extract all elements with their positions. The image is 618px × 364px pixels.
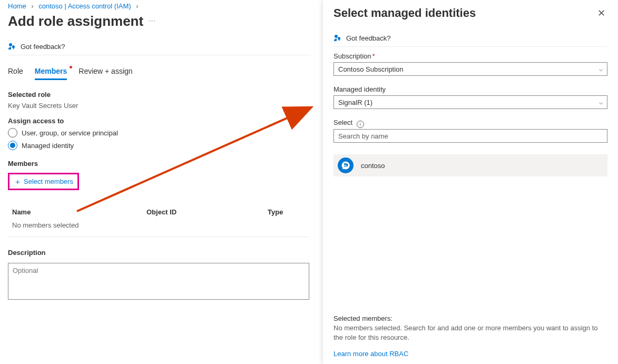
- search-input[interactable]: [333, 129, 607, 143]
- column-object-id: Object ID: [146, 208, 268, 216]
- breadcrumb: Home › contoso | Access control (IAM) ›: [8, 2, 311, 10]
- required-icon: *: [372, 52, 375, 60]
- panel-footer: Selected members: No members selected. S…: [333, 314, 607, 364]
- chevron-down-icon: ⌵: [599, 99, 603, 106]
- identity-result-name: contoso: [361, 162, 385, 170]
- members-table: Name Object ID Type No members selected: [8, 205, 309, 237]
- subscription-value: Contoso Subscription: [338, 65, 404, 73]
- breadcrumb-home[interactable]: Home: [8, 2, 26, 10]
- members-empty: No members selected: [8, 219, 309, 237]
- tab-indicator-icon: [70, 66, 72, 68]
- radio-managed-identity[interactable]: Managed identity: [8, 141, 311, 150]
- selected-role-value: Key Vault Secrets User: [8, 102, 311, 110]
- tab-review-assign[interactable]: Review + assign: [79, 67, 132, 80]
- feedback-label: Got feedback?: [346, 34, 391, 42]
- radio-label: User, group, or service principal: [22, 129, 118, 137]
- tab-members[interactable]: Members: [35, 67, 67, 80]
- signalr-icon: [338, 158, 354, 173]
- learn-more-rbac-link[interactable]: Learn more about RBAC: [333, 350, 408, 358]
- description-field[interactable]: [8, 263, 309, 300]
- identity-result-row[interactable]: contoso: [333, 154, 607, 176]
- feedback-label: Got feedback?: [21, 43, 65, 51]
- radio-icon: [8, 141, 17, 150]
- subscription-label: Subscription*: [333, 52, 607, 60]
- selected-role-label: Selected role: [8, 91, 311, 99]
- chevron-right-icon: ›: [31, 2, 33, 10]
- managed-identity-value: SignalR (1): [338, 99, 372, 106]
- feedback-icon: [333, 34, 342, 42]
- selected-members-title: Selected members:: [333, 314, 607, 322]
- managed-identity-label: Managed identity: [333, 85, 607, 93]
- panel-feedback-link[interactable]: Got feedback?: [333, 31, 607, 47]
- tab-members-label: Members: [35, 67, 67, 75]
- managed-identity-select[interactable]: SignalR (1) ⌵: [333, 95, 607, 109]
- tabs: Role Members Review + assign: [8, 67, 311, 80]
- plus-icon: ＋: [14, 178, 22, 185]
- info-icon[interactable]: i: [357, 121, 364, 128]
- select-managed-identities-panel: Select managed identities ✕ Got feedback…: [323, 0, 618, 364]
- select-label: Select i: [333, 119, 607, 127]
- chevron-down-icon: ⌵: [599, 65, 603, 73]
- feedback-icon: [8, 42, 16, 51]
- description-label: Description: [8, 249, 311, 257]
- column-name: Name: [12, 208, 146, 216]
- radio-icon: [8, 128, 17, 137]
- select-members-label: Select members: [24, 178, 73, 185]
- more-actions-icon[interactable]: ···: [149, 16, 156, 24]
- close-icon[interactable]: ✕: [595, 5, 607, 21]
- feedback-link[interactable]: Got feedback?: [8, 39, 311, 55]
- members-label: Members: [8, 160, 311, 168]
- chevron-right-icon: ›: [136, 2, 138, 10]
- page-title: Add role assignment: [8, 13, 143, 29]
- radio-user-group-sp[interactable]: User, group, or service principal: [8, 128, 311, 137]
- tab-role[interactable]: Role: [8, 67, 23, 80]
- select-members-button[interactable]: ＋ Select members: [11, 175, 76, 188]
- breadcrumb-item[interactable]: contoso | Access control (IAM): [38, 2, 131, 10]
- radio-label: Managed identity: [22, 142, 74, 150]
- main-content: Home › contoso | Access control (IAM) › …: [0, 0, 311, 301]
- panel-title: Select managed identities: [333, 6, 476, 20]
- subscription-select[interactable]: Contoso Subscription ⌵: [333, 62, 607, 76]
- column-type: Type: [268, 208, 305, 216]
- annotation-highlight: ＋ Select members: [8, 173, 79, 190]
- selected-members-text: No members selected. Search for and add …: [333, 323, 607, 342]
- assign-access-label: Assign access to: [8, 117, 311, 125]
